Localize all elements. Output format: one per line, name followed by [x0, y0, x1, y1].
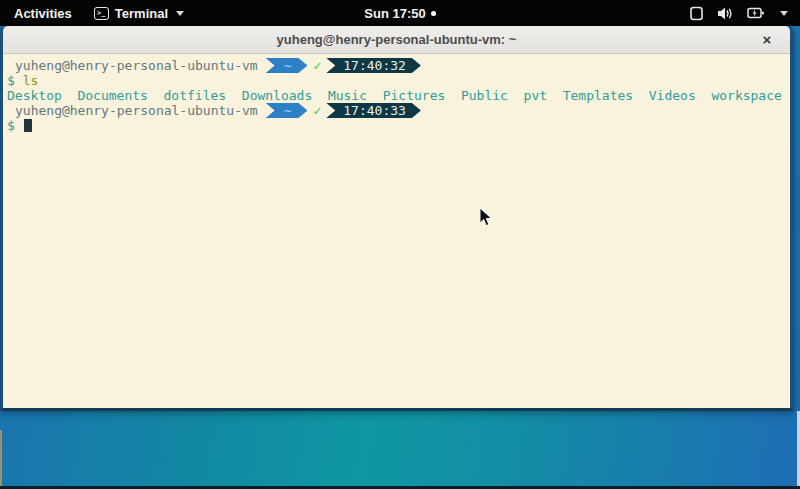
input-line: $: [7, 118, 786, 133]
clock-label[interactable]: Sun 17:50: [364, 6, 425, 21]
prompt-time-segment: 17:40:32: [326, 58, 421, 73]
terminal-window: yuheng@henry-personal-ubuntu-vm: ~ × yuh…: [0, 26, 794, 411]
chevron-down-icon: [176, 11, 184, 16]
prompt-time-segment: 17:40:33: [326, 103, 421, 118]
prompt-symbol: $: [7, 73, 15, 88]
app-menu-terminal[interactable]: >_ Terminal: [90, 0, 188, 26]
ls-output-line: Desktop Documents dotfiles Downloads Mus…: [7, 88, 786, 103]
command-text-value: ls: [23, 73, 39, 88]
battery-charging-icon: [747, 6, 765, 20]
system-status-menu[interactable]: [689, 0, 800, 26]
prompt-path-segment: ~: [266, 58, 308, 73]
spacer: [15, 118, 23, 133]
prompt-path-segment: ~: [266, 103, 308, 118]
prompt-symbol: $: [7, 118, 15, 133]
status-check-icon: ✓: [313, 58, 321, 73]
command-line: $ ls: [7, 73, 786, 88]
terminal-icon: >_: [94, 7, 109, 20]
prompt-user: yuheng@henry-personal-ubuntu-vm: [7, 103, 258, 118]
mouse-cursor-icon: [479, 207, 493, 228]
prompt-line-1: yuheng@henry-personal-ubuntu-vm ~ ✓ 17:4…: [7, 58, 786, 73]
activities-label: Activities: [14, 6, 72, 21]
terminal-screen[interactable]: yuheng@henry-personal-ubuntu-vm ~ ✓ 17:4…: [3, 54, 790, 408]
volume-icon: [717, 6, 734, 21]
notification-dot-icon: [431, 11, 436, 16]
desktop-left-edge: [0, 430, 2, 486]
prompt-line-2: yuheng@henry-personal-ubuntu-vm ~ ✓ 17:4…: [7, 103, 786, 118]
close-icon[interactable]: ×: [758, 31, 776, 49]
prompt-user: yuheng@henry-personal-ubuntu-vm: [7, 58, 258, 73]
command-text: [15, 73, 23, 88]
window-title: yuheng@henry-personal-ubuntu-vm: ~: [277, 32, 517, 47]
activities-button[interactable]: Activities: [10, 0, 76, 26]
chevron-down-icon: [780, 11, 788, 16]
directory-list: Desktop Documents dotfiles Downloads Mus…: [7, 88, 782, 103]
status-check-icon: ✓: [313, 103, 321, 118]
top-bar: Activities >_ Terminal Sun 17:50: [0, 0, 800, 26]
window-titlebar[interactable]: yuheng@henry-personal-ubuntu-vm: ~ ×: [3, 26, 790, 54]
screen-icon: [689, 6, 704, 21]
topbar-left: Activities >_ Terminal: [0, 0, 188, 26]
app-menu-label: Terminal: [115, 6, 168, 21]
terminal-cursor: [24, 119, 32, 132]
